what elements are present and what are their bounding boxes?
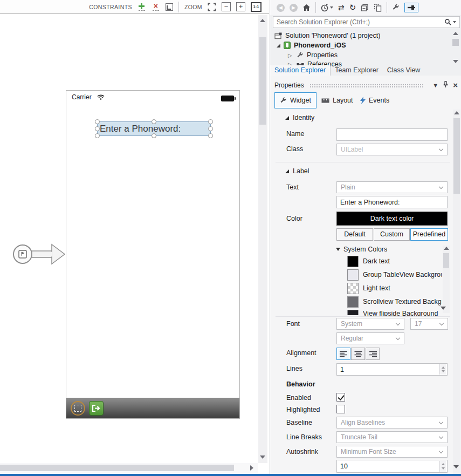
system-colors-scrollbar[interactable] xyxy=(443,246,450,313)
show-all-files-icon[interactable] xyxy=(374,4,382,12)
scroll-up-arrow[interactable] xyxy=(260,19,265,22)
zoom-fit-button[interactable] xyxy=(208,3,216,11)
properties-toolbar-icon[interactable] xyxy=(392,4,400,11)
exit-segue-icon[interactable] xyxy=(89,401,104,416)
color-item-swatch[interactable] xyxy=(347,310,359,315)
align-left-button[interactable] xyxy=(336,348,350,360)
name-input[interactable] xyxy=(336,128,448,141)
baseline-dropdown[interactable]: Align Baselines xyxy=(336,417,448,429)
add-constraint-button[interactable] xyxy=(137,3,146,11)
expander-collapsed-icon[interactable]: ▷ xyxy=(288,52,293,58)
collapse-all-icon[interactable] xyxy=(361,4,369,12)
sync-with-active-document-icon[interactable]: ⇄ xyxy=(338,3,345,12)
zoom-out-button[interactable]: − xyxy=(222,2,231,11)
color-item-swatch[interactable] xyxy=(347,256,359,267)
tab-class-view[interactable]: Class View xyxy=(383,65,425,76)
scroll-thumb[interactable] xyxy=(452,39,459,46)
line-breaks-dropdown[interactable]: Truncate Tail xyxy=(336,431,448,443)
lines-stepper[interactable] xyxy=(336,363,448,376)
scroll-thumb[interactable] xyxy=(443,253,449,268)
resize-handle[interactable] xyxy=(152,133,156,138)
resize-handle[interactable] xyxy=(95,126,100,131)
solution-search-box[interactable] xyxy=(273,16,460,28)
tab-solution-explorer[interactable]: Solution Explorer xyxy=(270,65,331,76)
scroll-down-arrow[interactable] xyxy=(441,307,446,310)
tree-scrollbar[interactable] xyxy=(452,31,459,64)
stepper-arrows[interactable] xyxy=(439,461,446,472)
color-swatch-button[interactable]: Dark text color xyxy=(336,212,448,226)
search-input[interactable] xyxy=(277,18,444,26)
autoshrink-dropdown[interactable]: Minimum Font Size xyxy=(336,446,448,458)
iphone-viewcontroller[interactable]: Carrier Enter a Phoneword: xyxy=(66,90,240,419)
color-custom-button[interactable]: Custom xyxy=(374,228,410,241)
refresh-icon[interactable]: ↻ xyxy=(349,3,356,12)
drag-grip[interactable] xyxy=(309,84,423,87)
color-item-label[interactable]: Group TableView Backgrou xyxy=(363,271,442,278)
viewcontroller-selection-icon[interactable] xyxy=(71,401,85,416)
font-family-dropdown[interactable]: System xyxy=(336,318,404,330)
close-icon[interactable]: × xyxy=(453,81,458,89)
color-item-label[interactable]: View flipside Background xyxy=(363,310,442,316)
color-item-swatch[interactable] xyxy=(347,269,359,281)
color-item-label[interactable]: Dark text xyxy=(363,257,442,265)
tab-widget[interactable]: Widget xyxy=(274,92,316,108)
stepper-arrows[interactable] xyxy=(439,364,446,375)
storyboard-canvas[interactable]: Carrier Enter a Phoneword: xyxy=(0,15,258,463)
section-label[interactable]: Label xyxy=(285,167,309,175)
properties-window-button-selected[interactable] xyxy=(404,3,418,12)
resize-handle[interactable] xyxy=(95,133,100,138)
class-dropdown[interactable]: UILabel xyxy=(336,144,448,155)
align-center-button[interactable] xyxy=(351,348,365,360)
remove-constraint-button[interactable]: × xyxy=(152,3,160,11)
resize-handle[interactable] xyxy=(95,119,100,124)
label-text-input[interactable] xyxy=(336,196,448,208)
align-right-button[interactable] xyxy=(366,348,380,360)
color-item-swatch[interactable] xyxy=(347,296,359,308)
canvas-vertical-scrollbar[interactable] xyxy=(258,15,267,463)
lines-input[interactable] xyxy=(337,364,439,375)
section-identity[interactable]: Identity xyxy=(285,114,314,121)
system-colors-header[interactable]: System Colors xyxy=(336,246,387,253)
properties-scrollbar[interactable] xyxy=(453,110,460,474)
tree-item-properties[interactable]: ▷ Properties xyxy=(270,50,450,60)
enabled-checkbox[interactable] xyxy=(336,393,345,402)
scroll-thumb[interactable] xyxy=(0,465,234,471)
tab-team-explorer[interactable]: Team Explorer xyxy=(331,65,383,76)
scroll-thumb[interactable] xyxy=(259,37,266,125)
scroll-up-arrow[interactable] xyxy=(444,247,449,250)
pending-changes-filter-icon[interactable] xyxy=(321,4,333,12)
scroll-down-arrow[interactable] xyxy=(453,465,459,468)
resize-handle[interactable] xyxy=(208,119,213,124)
tree-item-project[interactable]: Phoneword_iOS xyxy=(270,40,450,50)
text-mode-dropdown[interactable]: Plain xyxy=(336,181,448,193)
chevron-down-icon[interactable] xyxy=(453,21,456,23)
pin-icon[interactable] xyxy=(443,81,449,90)
color-item-label[interactable]: Scrollview Textured Backgr xyxy=(363,298,442,305)
color-item-label[interactable]: Light text xyxy=(363,284,442,292)
initial-viewcontroller-arrow[interactable] xyxy=(10,241,67,268)
tab-layout[interactable]: Layout xyxy=(316,92,358,108)
scroll-down-arrow[interactable] xyxy=(453,60,458,63)
zoom-actual-size-button[interactable]: 1:1 xyxy=(251,2,262,12)
color-item-swatch[interactable] xyxy=(347,283,359,294)
window-menu-chevron-icon[interactable]: ▼ xyxy=(432,81,438,89)
font-size-dropdown[interactable]: 17 xyxy=(410,318,448,330)
expander-expanded-icon[interactable] xyxy=(277,44,280,47)
forward-icon[interactable]: ▶ xyxy=(290,4,298,12)
zoom-in-button[interactable]: + xyxy=(236,2,245,11)
resize-handle[interactable] xyxy=(152,119,156,124)
resize-handle[interactable] xyxy=(208,126,213,131)
canvas-horizontal-scrollbar[interactable] xyxy=(0,463,258,473)
scroll-up-arrow[interactable] xyxy=(454,111,459,114)
uilabel-control-selected[interactable]: Enter a Phoneword: xyxy=(97,121,211,136)
search-icon[interactable] xyxy=(444,18,452,26)
tab-events[interactable]: Events xyxy=(355,92,394,108)
back-icon[interactable]: ◀ xyxy=(277,4,285,12)
home-icon[interactable] xyxy=(302,4,311,11)
font-weight-dropdown[interactable]: Regular xyxy=(336,332,404,344)
frame-edit-button[interactable] xyxy=(166,3,173,11)
scroll-thumb[interactable] xyxy=(453,118,460,194)
color-predefined-button[interactable]: Predefined xyxy=(410,228,448,241)
scroll-down-arrow[interactable] xyxy=(260,455,265,459)
tree-item-solution[interactable]: Solution 'Phoneword' (1 project) xyxy=(270,31,450,40)
